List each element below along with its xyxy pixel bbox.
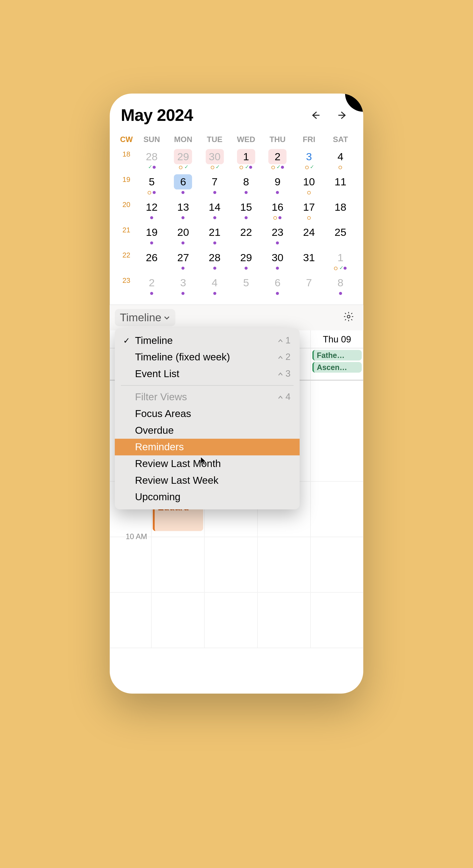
svg-point-0 <box>347 315 350 318</box>
day-cell[interactable]: 23 <box>262 223 293 246</box>
day-cell[interactable]: 2✓ <box>262 147 293 170</box>
day-cell[interactable]: 29 <box>230 248 262 272</box>
hour-cell[interactable] <box>204 537 257 592</box>
day-cell[interactable]: 25 <box>325 223 356 246</box>
day-cell[interactable]: 12 <box>136 197 168 221</box>
next-month-button[interactable] <box>336 109 349 122</box>
day-cell[interactable]: 31 <box>293 248 325 272</box>
dropdown-item-focus-areas[interactable]: Focus Areas <box>115 405 300 422</box>
check-icon: ✓ <box>245 166 248 168</box>
dow-mon: MON <box>168 132 199 147</box>
dropdown-item-event-list[interactable]: Event List 3 <box>115 366 300 382</box>
dow-sun: SUN <box>136 132 168 147</box>
hour-cell[interactable] <box>310 380 363 481</box>
allday-cell[interactable]: Fathe… Ascen… <box>310 348 363 380</box>
cw-number: 20 <box>117 197 136 209</box>
dot-icon <box>249 166 252 168</box>
dow-thu: THU <box>262 132 293 147</box>
day-cell[interactable]: 4 <box>325 147 356 170</box>
day-cell[interactable]: 5 <box>136 172 168 196</box>
timeline-header-thu[interactable]: Thu 09 <box>310 330 363 348</box>
day-cell[interactable]: 16 <box>262 197 293 221</box>
hour-cell[interactable] <box>257 592 310 647</box>
view-selector-button[interactable]: Timeline <box>115 309 176 326</box>
dot-icon <box>276 292 279 295</box>
day-cell[interactable]: 17 <box>293 197 325 221</box>
dropdown-item-overdue[interactable]: Overdue <box>115 422 300 439</box>
hour-cell[interactable] <box>257 537 310 592</box>
dropdown-section-header: Filter Views 4 <box>115 389 300 405</box>
dropdown-item-timeline[interactable]: ✓Timeline 1 <box>115 332 300 349</box>
day-cell[interactable]: 28 <box>199 248 230 272</box>
check-icon: ✓ <box>276 166 279 168</box>
hour-cell[interactable] <box>310 592 363 647</box>
dropdown-item-timeline-fixed[interactable]: Timeline (fixed week) 2 <box>115 349 300 366</box>
day-cell[interactable]: 22 <box>230 223 262 246</box>
hour-cell[interactable] <box>310 482 363 536</box>
day-cell[interactable]: 3✓ <box>293 147 325 170</box>
day-cell[interactable]: 11 <box>325 172 356 196</box>
day-cell[interactable]: 30 <box>262 248 293 272</box>
day-cell[interactable]: 13 <box>168 197 199 221</box>
day-cell[interactable]: 29✓ <box>168 147 199 170</box>
day-cell[interactable]: 10 <box>293 172 325 196</box>
dropdown-item-reminders[interactable]: Reminders <box>115 439 300 456</box>
dot-icon <box>276 242 279 244</box>
dot-icon <box>281 166 284 168</box>
dot-icon <box>213 292 216 295</box>
day-cell[interactable]: 1✓ <box>325 248 356 272</box>
dow-tue: TUE <box>199 132 230 147</box>
shortcut-label: 1 <box>277 335 291 346</box>
day-cell[interactable]: 9 <box>262 172 293 196</box>
day-cell-today[interactable]: 6 <box>168 172 199 196</box>
dot-icon <box>213 191 216 194</box>
day-cell[interactable]: 19 <box>136 223 168 246</box>
allday-event-chip[interactable]: Fathe… <box>313 350 362 361</box>
day-cell[interactable]: 6 <box>262 273 293 297</box>
settings-button[interactable] <box>343 311 354 324</box>
day-cell[interactable]: 5 <box>230 273 262 297</box>
day-cell[interactable]: 4 <box>199 273 230 297</box>
dow-fri: FRI <box>293 132 325 147</box>
prev-month-button[interactable] <box>309 109 322 122</box>
dot-icon <box>213 216 216 219</box>
allday-event-chip[interactable]: Ascen… <box>313 362 362 373</box>
dropdown-item-upcoming[interactable]: Upcoming <box>115 489 300 505</box>
day-cell[interactable]: 20 <box>168 223 199 246</box>
arrow-right-icon <box>337 110 348 120</box>
week-row: 21 19 20 21 22 23 24 25 <box>117 223 356 248</box>
day-cell[interactable]: 8 <box>325 273 356 297</box>
dot-icon <box>150 242 153 244</box>
dow-sat: SAT <box>325 132 356 147</box>
day-cell[interactable]: 1✓ <box>230 147 262 170</box>
ring-icon <box>211 165 214 169</box>
day-cell[interactable]: 14 <box>199 197 230 221</box>
cw-number: 19 <box>117 172 136 183</box>
month-title: May 2024 <box>121 105 193 125</box>
day-cell[interactable]: 24 <box>293 223 325 246</box>
dot-icon <box>213 242 216 244</box>
day-cell[interactable]: 2 <box>136 273 168 297</box>
dropdown-item-review-last-week[interactable]: Review Last Week <box>115 472 300 489</box>
hour-cell[interactable] <box>310 537 363 592</box>
toolbar: Timeline ✓Timeline 1 Timeline (fixed wee… <box>110 305 363 330</box>
day-cell[interactable]: 18 <box>325 197 356 221</box>
day-cell[interactable]: 3 <box>168 273 199 297</box>
day-cell[interactable]: 7 <box>293 273 325 297</box>
hour-cell[interactable] <box>204 592 257 647</box>
day-cell[interactable]: 26 <box>136 248 168 272</box>
day-cell[interactable]: 28✓ <box>136 147 168 170</box>
day-cell[interactable]: 15 <box>230 197 262 221</box>
hour-cell[interactable] <box>151 592 204 647</box>
dot-icon <box>278 216 282 219</box>
dot-icon <box>182 292 184 295</box>
day-cell[interactable]: 27 <box>168 248 199 272</box>
day-cell[interactable]: 21 <box>199 223 230 246</box>
hour-cell[interactable] <box>151 537 204 592</box>
day-cell[interactable]: 7 <box>199 172 230 196</box>
day-cell[interactable]: 30✓ <box>199 147 230 170</box>
ring-icon <box>273 216 277 219</box>
day-cell[interactable]: 8 <box>230 172 262 196</box>
shortcut-label: 2 <box>277 352 291 363</box>
mouse-cursor <box>200 456 209 466</box>
